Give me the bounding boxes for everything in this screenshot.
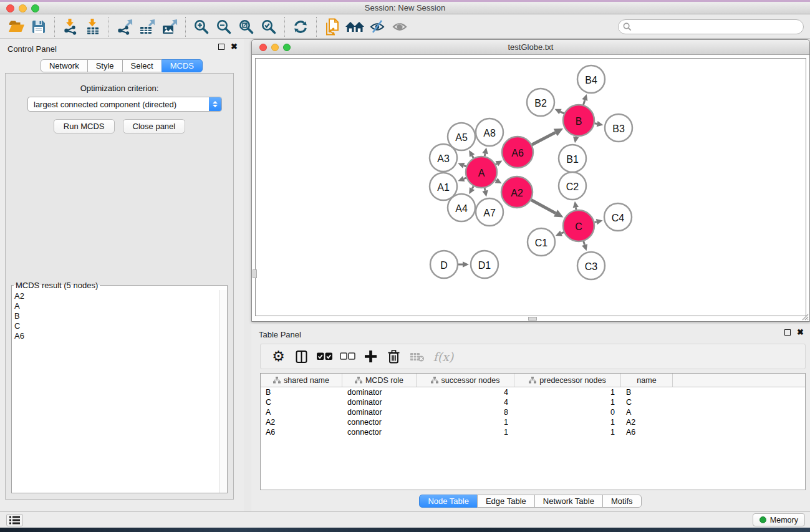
graph-node-B2[interactable]: B2 [527,89,554,116]
table-options-button[interactable]: ⚙ [267,347,290,366]
refresh-button[interactable] [289,17,312,37]
splitter-handle-bottom[interactable] [528,317,537,321]
import-table-button[interactable] [82,17,104,37]
criterion-dropdown[interactable]: largest connected component (directed) [27,97,222,112]
graph-edge-A-A3[interactable] [458,163,466,168]
table-cell[interactable]: 1 [514,427,621,437]
table-cell[interactable]: A2 [621,417,673,427]
delete-table-button[interactable] [405,347,428,366]
close-panel-icon[interactable]: ✖ [797,329,804,336]
table-cell[interactable]: 1 [417,427,514,437]
graph-node-B1[interactable]: B1 [559,145,586,172]
graph-node-C4[interactable]: C4 [604,203,632,231]
table-cell[interactable]: 1 [417,417,514,427]
graph-node-D1[interactable]: D1 [471,251,498,278]
home-button[interactable] [344,17,366,37]
graph-node-D[interactable]: D [430,251,458,278]
table-cell[interactable]: C [621,397,673,407]
column-header-shared-name[interactable]: shared name [261,374,342,387]
graph-node-A5[interactable]: A5 [448,123,475,150]
table-row[interactable]: A2connector11A2 [261,417,805,427]
table-cell[interactable]: dominator [342,407,417,417]
hide-unhide-button[interactable] [366,17,388,37]
graph-edge-A-A6[interactable] [495,161,502,167]
table-cell[interactable]: 0 [514,407,621,417]
list-item[interactable]: B [12,311,219,321]
network-window-titlebar[interactable]: testGlobe.txt [252,40,809,55]
import-network-button[interactable] [59,17,82,37]
tab-style[interactable]: Style [87,59,123,72]
run-mcds-button[interactable]: Run MCDS [54,119,115,133]
table-cell[interactable]: connector [342,417,417,427]
graph-node-A4[interactable]: A4 [448,194,475,221]
column-header-name[interactable]: name [621,374,673,387]
graph-node-A6[interactable]: A6 [502,137,533,168]
column-header-predecessor-nodes[interactable]: predecessor nodes [514,374,621,387]
zoom-out-button[interactable] [213,17,235,37]
graph-node-A7[interactable]: A7 [476,198,503,226]
graph-node-C3[interactable]: C3 [577,252,605,279]
graph-node-A8[interactable]: A8 [476,118,503,146]
zoom-selected-button[interactable] [258,17,280,37]
search-input[interactable] [618,19,804,34]
float-panel-icon[interactable] [218,44,224,50]
export-network-button[interactable] [113,17,136,37]
memory-button[interactable]: Memory [753,513,805,526]
graph-edge-C-C1[interactable] [556,231,564,236]
save-session-button[interactable] [27,17,50,37]
table-cell[interactable]: dominator [342,397,417,407]
resize-grip-icon[interactable] [801,312,809,321]
result-list-scrollbar[interactable] [219,290,227,493]
list-item[interactable]: A2 [12,291,219,301]
tab-motifs[interactable]: Motifs [602,495,642,508]
graph-edge-C-C3[interactable] [582,241,587,251]
close-panel-icon[interactable]: ✖ [231,44,238,50]
graph-node-B[interactable]: B [563,105,594,136]
table-cell[interactable]: A [621,407,673,417]
table-cell[interactable]: A2 [261,417,342,427]
tab-network[interactable]: Network [41,59,88,72]
function-builder-button[interactable]: f(x) [428,347,458,366]
delete-columns-button[interactable] [382,347,405,366]
graph-edge-D-D1[interactable] [458,261,469,268]
table-row[interactable]: Bdominator41B [261,387,805,397]
table-cell[interactable]: A6 [621,427,673,437]
graph-node-C2[interactable]: C2 [559,172,586,200]
graph-node-C1[interactable]: C1 [528,228,555,256]
table-cell[interactable]: 1 [514,417,621,427]
graph-edge-B-B2[interactable] [555,109,564,115]
graph-edge-C-C2[interactable] [573,201,579,210]
tab-edge-table[interactable]: Edge Table [477,495,535,508]
create-column-button[interactable] [359,347,382,366]
table-cell[interactable]: B [261,387,342,397]
export-image-button[interactable] [158,17,181,37]
column-header-MCDS-role[interactable]: MCDS role [342,374,417,387]
graph-edge-B-B3[interactable] [595,121,604,127]
open-session-button[interactable] [5,17,27,37]
network-overview-button[interactable] [321,17,344,37]
table-cell[interactable]: C [261,397,342,407]
graph-edge-A-A4[interactable] [469,186,475,195]
graph-edge-C-C4[interactable] [594,219,602,225]
graph-node-C[interactable]: C [563,210,594,241]
float-panel-icon[interactable] [784,329,791,336]
toggle-preview-button[interactable] [388,17,411,37]
zoom-in-button[interactable] [190,17,213,37]
zoom-fit-button[interactable] [235,17,258,37]
graph-edge-A6-B[interactable] [532,128,563,145]
table-cell[interactable]: 1 [514,387,621,397]
task-history-button[interactable] [6,514,23,526]
column-header-successor-nodes[interactable]: successor nodes [417,374,514,387]
tab-node-table[interactable]: Node Table [419,495,478,508]
graph-edge-A2-C[interactable] [531,200,564,217]
list-item[interactable]: A6 [12,331,219,341]
table-cell[interactable]: connector [342,427,417,437]
graph-edge-A-A8[interactable] [482,147,488,156]
table-cell[interactable]: 8 [417,407,514,417]
table-cell[interactable]: 4 [417,387,514,397]
graph-edge-A-A5[interactable] [469,150,475,158]
graph-node-A2[interactable]: A2 [501,177,533,208]
table-row[interactable]: A6connector11A6 [261,427,805,437]
table-cell[interactable]: B [621,387,673,397]
splitter-handle-left[interactable] [253,269,257,278]
